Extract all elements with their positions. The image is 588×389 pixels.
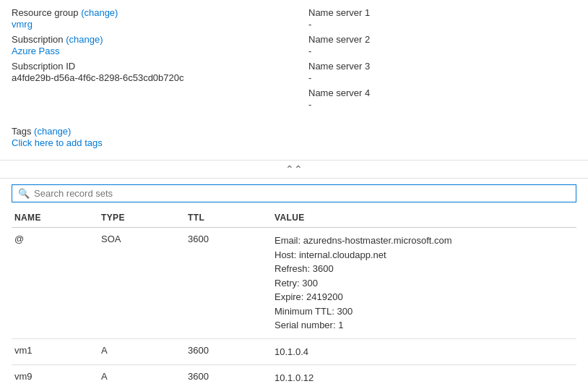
search-icon: 🔍 (18, 188, 30, 199)
name-server-2-value: - (308, 46, 576, 56)
tags-row: Tags (change) Click here to add tags (12, 126, 576, 148)
cell-ttl: 3600 (185, 338, 272, 365)
cell-name: vm9 (12, 365, 98, 390)
resource-group-value[interactable]: vmrg (12, 19, 280, 30)
subscription-id-value: a4fde29b-d56a-4f6c-8298-6c53cd0b720c (12, 72, 280, 83)
cell-name: vm1 (12, 338, 98, 365)
name-server-2-row: Name server 2 - (308, 34, 576, 56)
table-section: NAME TYPE TTL VALUE @SOA3600Email: azure… (0, 208, 588, 389)
subscription-row: Subscription (change) Azure Pass (12, 34, 280, 56)
col-header-type: TYPE (98, 208, 185, 228)
table-header-row: NAME TYPE TTL VALUE (12, 208, 576, 228)
cell-value: 10.1.0.12 (272, 365, 576, 390)
cell-ttl: 3600 (185, 365, 272, 390)
cell-ttl: 3600 (185, 228, 272, 339)
subscription-id-row: Subscription ID a4fde29b-d56a-4f6c-8298-… (12, 61, 280, 83)
cell-type: A (98, 338, 185, 365)
col-header-name: NAME (12, 208, 98, 228)
name-server-1-label: Name server 1 (308, 7, 370, 18)
cell-value: 10.1.0.4 (272, 338, 576, 365)
name-server-3-row: Name server 3 - (308, 61, 576, 83)
name-server-3-value: - (308, 72, 576, 83)
subscription-change-link[interactable]: (change) (66, 34, 103, 45)
name-server-1-row: Name server 1 - (308, 7, 576, 30)
info-left: Resource group (change) vmrg Subscriptio… (12, 7, 294, 114)
tags-label: Tags (12, 126, 31, 137)
cell-name: @ (12, 228, 98, 339)
search-input[interactable] (34, 188, 570, 199)
resource-group-change-link[interactable]: (change) (81, 7, 118, 18)
name-server-4-row: Name server 4 - (308, 87, 576, 110)
name-server-4-value: - (308, 99, 576, 110)
name-server-3-label: Name server 3 (308, 61, 370, 72)
record-sets-table: NAME TYPE TTL VALUE @SOA3600Email: azure… (12, 208, 576, 389)
collapse-icon: ⌃⌃ (285, 163, 303, 175)
tags-add-link[interactable]: Click here to add tags (12, 137, 103, 148)
name-server-4-label: Name server 4 (308, 87, 370, 98)
resource-group-row: Resource group (change) vmrg (12, 7, 280, 30)
name-server-1-value: - (308, 19, 576, 30)
table-row[interactable]: vm1A360010.1.0.4 (12, 338, 576, 365)
subscription-label: Subscription (12, 34, 64, 45)
cell-value: Email: azuredns-hostmaster.microsoft.com… (272, 228, 576, 339)
search-box: 🔍 (12, 184, 576, 202)
col-header-value: VALUE (272, 208, 576, 228)
col-header-ttl: TTL (185, 208, 272, 228)
table-row[interactable]: vm9A360010.1.0.12 (12, 365, 576, 390)
cell-type: A (98, 365, 185, 390)
name-server-2-label: Name server 2 (308, 34, 370, 45)
resource-group-label: Resource group (12, 7, 79, 18)
info-right: Name server 1 - Name server 2 - Name ser… (294, 7, 576, 114)
cell-type: SOA (98, 228, 185, 339)
subscription-id-label: Subscription ID (12, 61, 75, 72)
subscription-value: Azure Pass (12, 46, 280, 56)
search-section: 🔍 (0, 179, 588, 208)
info-section: Resource group (change) vmrg Subscriptio… (0, 0, 588, 120)
tags-section: Tags (change) Click here to add tags (0, 120, 588, 160)
tags-change-link[interactable]: (change) (34, 126, 71, 137)
collapse-row[interactable]: ⌃⌃ (0, 160, 588, 179)
table-row[interactable]: @SOA3600Email: azuredns-hostmaster.micro… (12, 228, 576, 339)
